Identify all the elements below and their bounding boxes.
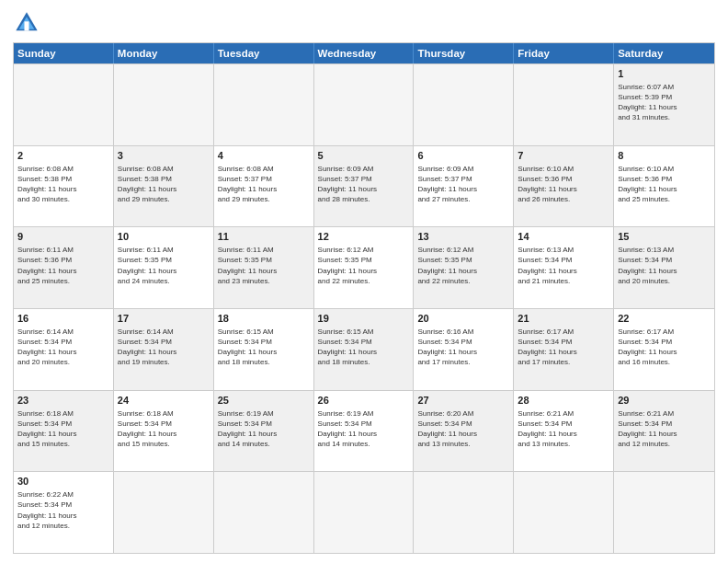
calendar-cell bbox=[214, 64, 314, 145]
calendar-cell: 20Sunrise: 6:16 AM Sunset: 5:34 PM Dayli… bbox=[414, 309, 514, 390]
day-number: 16 bbox=[17, 312, 109, 326]
calendar-cell bbox=[514, 64, 614, 145]
calendar-cell: 11Sunrise: 6:11 AM Sunset: 5:35 PM Dayli… bbox=[214, 227, 314, 308]
cell-info: Sunrise: 6:21 AM Sunset: 5:34 PM Dayligh… bbox=[618, 408, 711, 450]
day-number: 11 bbox=[218, 230, 310, 244]
day-number: 8 bbox=[618, 149, 711, 163]
cell-info: Sunrise: 6:19 AM Sunset: 5:34 PM Dayligh… bbox=[218, 408, 310, 450]
day-number: 13 bbox=[417, 230, 509, 244]
day-number: 19 bbox=[318, 312, 410, 326]
calendar-body: 1Sunrise: 6:07 AM Sunset: 5:39 PM Daylig… bbox=[14, 63, 714, 553]
logo bbox=[13, 9, 44, 37]
calendar-row: 30Sunrise: 6:22 AM Sunset: 5:34 PM Dayli… bbox=[14, 471, 714, 553]
day-number: 29 bbox=[618, 394, 711, 408]
day-number: 17 bbox=[118, 312, 210, 326]
calendar-row: 1Sunrise: 6:07 AM Sunset: 5:39 PM Daylig… bbox=[14, 63, 714, 145]
calendar-cell bbox=[114, 64, 214, 145]
page: SundayMondayTuesdayWednesdayThursdayFrid… bbox=[0, 0, 728, 563]
logo-icon bbox=[13, 9, 40, 37]
calendar-cell bbox=[614, 472, 714, 553]
cell-info: Sunrise: 6:19 AM Sunset: 5:34 PM Dayligh… bbox=[318, 408, 410, 450]
calendar-cell bbox=[414, 472, 514, 553]
cal-header-cell: Monday bbox=[114, 43, 214, 63]
cell-info: Sunrise: 6:16 AM Sunset: 5:34 PM Dayligh… bbox=[417, 327, 509, 368]
calendar-cell: 13Sunrise: 6:12 AM Sunset: 5:35 PM Dayli… bbox=[414, 227, 514, 308]
calendar-cell: 19Sunrise: 6:15 AM Sunset: 5:34 PM Dayli… bbox=[314, 309, 415, 390]
cell-info: Sunrise: 6:11 AM Sunset: 5:35 PM Dayligh… bbox=[218, 245, 310, 286]
cell-info: Sunrise: 6:20 AM Sunset: 5:34 PM Dayligh… bbox=[417, 408, 509, 450]
calendar-cell: 29Sunrise: 6:21 AM Sunset: 5:34 PM Dayli… bbox=[614, 391, 714, 472]
calendar-cell: 26Sunrise: 6:19 AM Sunset: 5:34 PM Dayli… bbox=[314, 391, 415, 472]
calendar-cell bbox=[514, 472, 614, 553]
day-number: 4 bbox=[218, 149, 310, 163]
calendar-cell bbox=[114, 472, 214, 553]
calendar-cell: 15Sunrise: 6:13 AM Sunset: 5:34 PM Dayli… bbox=[614, 227, 714, 308]
calendar-cell: 24Sunrise: 6:18 AM Sunset: 5:34 PM Dayli… bbox=[114, 391, 214, 472]
cal-header-cell: Wednesday bbox=[314, 43, 415, 63]
cell-info: Sunrise: 6:12 AM Sunset: 5:35 PM Dayligh… bbox=[318, 245, 410, 286]
calendar-row: 9Sunrise: 6:11 AM Sunset: 5:36 PM Daylig… bbox=[14, 226, 714, 308]
day-number: 21 bbox=[518, 312, 609, 326]
calendar-cell: 23Sunrise: 6:18 AM Sunset: 5:34 PM Dayli… bbox=[14, 391, 114, 472]
cell-info: Sunrise: 6:18 AM Sunset: 5:34 PM Dayligh… bbox=[17, 408, 109, 450]
day-number: 18 bbox=[218, 312, 310, 326]
day-number: 25 bbox=[218, 394, 310, 408]
calendar-cell bbox=[314, 472, 415, 553]
cell-info: Sunrise: 6:22 AM Sunset: 5:34 PM Dayligh… bbox=[17, 489, 109, 531]
day-number: 3 bbox=[118, 149, 210, 163]
day-number: 2 bbox=[17, 149, 109, 163]
day-number: 26 bbox=[318, 394, 410, 408]
day-number: 5 bbox=[318, 149, 410, 163]
calendar-cell: 21Sunrise: 6:17 AM Sunset: 5:34 PM Dayli… bbox=[514, 309, 614, 390]
calendar-cell: 30Sunrise: 6:22 AM Sunset: 5:34 PM Dayli… bbox=[14, 472, 114, 553]
cell-info: Sunrise: 6:15 AM Sunset: 5:34 PM Dayligh… bbox=[318, 327, 410, 368]
calendar-cell bbox=[14, 64, 114, 145]
calendar-row: 2Sunrise: 6:08 AM Sunset: 5:38 PM Daylig… bbox=[14, 145, 714, 227]
cell-info: Sunrise: 6:10 AM Sunset: 5:36 PM Dayligh… bbox=[618, 164, 711, 205]
calendar-cell bbox=[414, 64, 514, 145]
cell-info: Sunrise: 6:14 AM Sunset: 5:34 PM Dayligh… bbox=[17, 327, 109, 368]
calendar-cell: 7Sunrise: 6:10 AM Sunset: 5:36 PM Daylig… bbox=[514, 146, 614, 227]
calendar-cell: 3Sunrise: 6:08 AM Sunset: 5:38 PM Daylig… bbox=[114, 146, 214, 227]
calendar-cell: 22Sunrise: 6:17 AM Sunset: 5:34 PM Dayli… bbox=[614, 309, 714, 390]
day-number: 10 bbox=[118, 230, 210, 244]
calendar-cell: 5Sunrise: 6:09 AM Sunset: 5:37 PM Daylig… bbox=[314, 146, 415, 227]
calendar-cell: 16Sunrise: 6:14 AM Sunset: 5:34 PM Dayli… bbox=[14, 309, 114, 390]
calendar-cell: 9Sunrise: 6:11 AM Sunset: 5:36 PM Daylig… bbox=[14, 227, 114, 308]
day-number: 30 bbox=[17, 475, 109, 488]
cell-info: Sunrise: 6:17 AM Sunset: 5:34 PM Dayligh… bbox=[618, 327, 711, 368]
cell-info: Sunrise: 6:08 AM Sunset: 5:37 PM Dayligh… bbox=[218, 164, 310, 205]
day-number: 12 bbox=[318, 230, 410, 244]
day-number: 22 bbox=[618, 312, 711, 326]
cell-info: Sunrise: 6:17 AM Sunset: 5:34 PM Dayligh… bbox=[518, 327, 609, 368]
calendar-cell: 4Sunrise: 6:08 AM Sunset: 5:37 PM Daylig… bbox=[214, 146, 314, 227]
cell-info: Sunrise: 6:11 AM Sunset: 5:36 PM Dayligh… bbox=[17, 245, 109, 286]
calendar-header-row: SundayMondayTuesdayWednesdayThursdayFrid… bbox=[14, 43, 714, 63]
cell-info: Sunrise: 6:09 AM Sunset: 5:37 PM Dayligh… bbox=[417, 164, 509, 205]
day-number: 28 bbox=[518, 394, 609, 408]
calendar-cell: 12Sunrise: 6:12 AM Sunset: 5:35 PM Dayli… bbox=[314, 227, 415, 308]
cell-info: Sunrise: 6:21 AM Sunset: 5:34 PM Dayligh… bbox=[518, 408, 609, 450]
calendar-cell: 1Sunrise: 6:07 AM Sunset: 5:39 PM Daylig… bbox=[614, 64, 714, 145]
cell-info: Sunrise: 6:14 AM Sunset: 5:34 PM Dayligh… bbox=[118, 327, 210, 368]
day-number: 6 bbox=[417, 149, 509, 163]
calendar-row: 16Sunrise: 6:14 AM Sunset: 5:34 PM Dayli… bbox=[14, 308, 714, 390]
calendar-cell: 8Sunrise: 6:10 AM Sunset: 5:36 PM Daylig… bbox=[614, 146, 714, 227]
cell-info: Sunrise: 6:07 AM Sunset: 5:39 PM Dayligh… bbox=[618, 82, 711, 123]
calendar-cell: 25Sunrise: 6:19 AM Sunset: 5:34 PM Dayli… bbox=[214, 391, 314, 472]
cell-info: Sunrise: 6:10 AM Sunset: 5:36 PM Dayligh… bbox=[518, 164, 609, 205]
cell-info: Sunrise: 6:13 AM Sunset: 5:34 PM Dayligh… bbox=[518, 245, 609, 286]
cell-info: Sunrise: 6:08 AM Sunset: 5:38 PM Dayligh… bbox=[118, 164, 210, 205]
svg-rect-2 bbox=[25, 21, 29, 30]
cell-info: Sunrise: 6:18 AM Sunset: 5:34 PM Dayligh… bbox=[118, 408, 210, 450]
calendar-cell: 27Sunrise: 6:20 AM Sunset: 5:34 PM Dayli… bbox=[414, 391, 514, 472]
cell-info: Sunrise: 6:11 AM Sunset: 5:35 PM Dayligh… bbox=[118, 245, 210, 286]
calendar-cell: 6Sunrise: 6:09 AM Sunset: 5:37 PM Daylig… bbox=[414, 146, 514, 227]
day-number: 15 bbox=[618, 230, 711, 244]
cell-info: Sunrise: 6:13 AM Sunset: 5:34 PM Dayligh… bbox=[618, 245, 711, 286]
cell-info: Sunrise: 6:15 AM Sunset: 5:34 PM Dayligh… bbox=[218, 327, 310, 368]
day-number: 1 bbox=[618, 67, 711, 81]
day-number: 20 bbox=[417, 312, 509, 326]
calendar-cell: 2Sunrise: 6:08 AM Sunset: 5:38 PM Daylig… bbox=[14, 146, 114, 227]
calendar-cell: 17Sunrise: 6:14 AM Sunset: 5:34 PM Dayli… bbox=[114, 309, 214, 390]
